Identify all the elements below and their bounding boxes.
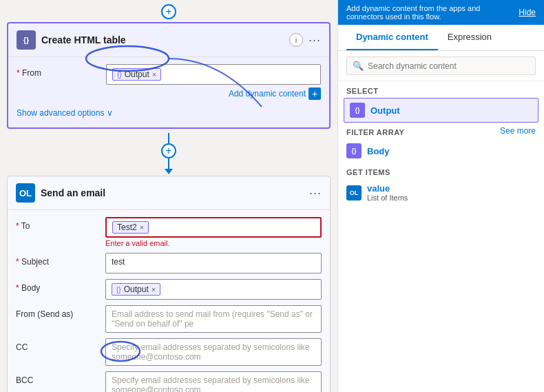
from-sendas-row: From (Send as) Email address to send mai… [16,305,322,333]
test2-token[interactable]: Test2 × [112,221,149,234]
body-row: Body {} Output × [16,279,322,300]
body-dynamic-item[interactable]: {} Body [338,139,544,163]
html-table-more-button[interactable]: ··· [308,33,321,48]
show-advanced-options-link[interactable]: Show advanced options ∨ [17,105,113,121]
body-token-icon: {} [116,286,121,293]
output-token[interactable]: {} Output × [112,68,161,81]
top-connector-plus[interactable]: + [161,4,176,19]
search-box[interactable]: 🔍 [346,56,536,75]
to-input[interactable]: Test2 × [105,217,322,238]
add-dynamic-content-btn[interactable]: Add dynamic content + [229,87,321,100]
body-dyn-icon: {} [346,143,362,158]
mid-connector-plus[interactable]: + [161,143,176,158]
html-table-card: {} Create HTML table i ··· From {} Outpu… [7,22,331,129]
subject-label: Subject [16,253,105,267]
token-label: Output [125,70,149,79]
html-table-from-row: From {} Output × Add dynamic content + [17,64,321,100]
to-label: To [16,217,105,231]
token-icon: {} [117,71,122,79]
body-dyn-name: Body [367,146,390,156]
connector-arrow [165,169,173,174]
email-card-title: Send an email [41,187,304,198]
html-table-card-icon: {} [17,30,36,50]
chevron-down-icon: ∨ [107,108,113,118]
subject-row: Subject test [16,253,322,274]
to-row: To Test2 × Enter a valid email. [16,217,322,247]
search-row: 🔍 [338,51,544,81]
body-input[interactable]: {} Output × [105,279,322,300]
from-label: From [17,64,106,78]
body-label: Body [16,279,105,293]
body-output-token[interactable]: {} Output × [112,283,160,296]
tab-expression[interactable]: Expression [438,25,501,50]
connector-line [168,133,169,143]
add-dynamic-plus: + [308,87,321,100]
email-card-icon: OL [16,183,35,203]
from-token-input[interactable]: {} Output × [106,64,321,85]
email-card: OL Send an email ··· To Test2 × Enter a … [7,176,331,392]
see-more-link[interactable]: See more [500,126,536,136]
right-panel: Add dynamic content from the apps and co… [337,0,544,392]
cc-input[interactable]: Specify email addresses separated by sem… [105,338,322,366]
output-dyn-name: Output [370,105,400,116]
output-dyn-icon: {} [350,103,365,118]
add-dynamic-label: Add dynamic content [229,89,306,99]
output-dynamic-item[interactable]: {} Output [344,98,538,123]
from-sendas-label: From (Send as) [16,305,105,319]
mid-connector: + [7,132,331,176]
value-dyn-icon: OL [346,185,362,200]
body-token-label: Output [124,285,149,294]
select-section-label: Select [338,81,544,98]
test2-token-label: Test2 [117,223,137,232]
from-sendas-input[interactable]: Email address to send mail from (require… [105,305,322,333]
value-dyn-desc: List of Items [367,194,408,202]
search-input[interactable] [368,61,530,71]
hide-panel-button[interactable]: Hide [519,8,536,17]
test2-token-close[interactable]: × [140,223,144,231]
get-items-section-label: Get items [338,163,544,179]
html-table-info-button[interactable]: i [289,33,303,47]
email-more-button[interactable]: ··· [309,186,322,200]
to-error-text: Enter a valid email. [105,239,322,247]
cc-label: CC [16,338,105,352]
value-dynamic-item[interactable]: OL value List of Items [338,179,544,206]
subject-input[interactable]: test [105,253,322,274]
tab-dynamic-content[interactable]: Dynamic content [346,25,438,50]
bcc-row: BCC Specify email addresses separated by… [16,371,322,392]
html-table-card-title: Create HTML table [41,34,284,45]
right-panel-header: Add dynamic content from the apps and co… [338,0,544,25]
bcc-label: BCC [16,371,105,385]
connector-line-2 [168,158,169,169]
search-icon: 🔍 [353,61,364,71]
body-token-close[interactable]: × [151,285,156,293]
filter-array-section-label: Filter array [338,123,412,139]
value-dyn-name: value [367,183,408,194]
right-panel-header-text: Add dynamic content from the apps and co… [346,4,519,21]
bcc-input[interactable]: Specify email addresses separated by sem… [105,371,322,392]
token-close-btn[interactable]: × [152,70,156,79]
cc-row: CC Specify email addresses separated by … [16,338,322,366]
right-panel-tabs: Dynamic content Expression [338,25,544,51]
